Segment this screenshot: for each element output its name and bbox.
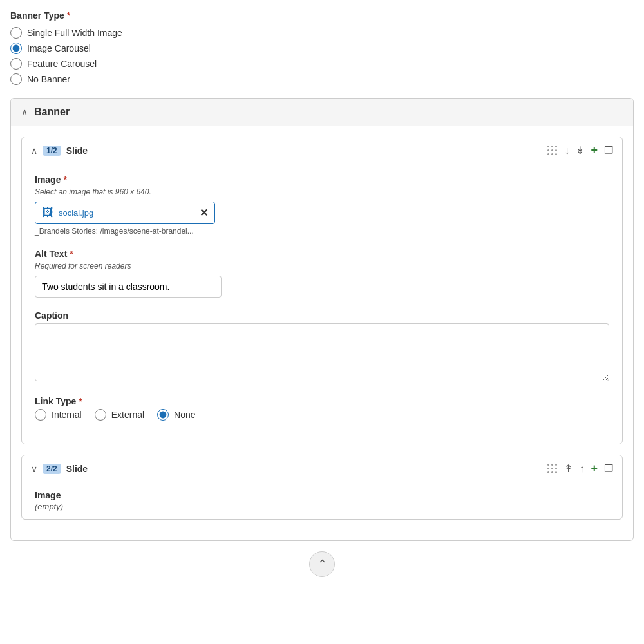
link-required-star: * [79, 396, 82, 406]
radio-label-internal: Internal [52, 410, 82, 420]
slide-2-image-empty: (empty) [35, 502, 609, 511]
slide-1-header: ∧ 1/2 Slide ↓ ↡ + ❐ [22, 137, 622, 164]
slide-2-add-icon[interactable]: + [591, 462, 598, 475]
slide-1-body: Image * Select an image that is 960 x 64… [22, 164, 622, 444]
slide-1-drag-handle[interactable] [547, 146, 558, 156]
slide-2-move-up-icon[interactable]: ↑ [579, 463, 584, 475]
slide-2-image-label: Image [35, 490, 609, 500]
slide-1-image-label: Image * [35, 175, 609, 185]
banner-collapse-icon[interactable]: ∧ [21, 107, 28, 117]
alt-required-star: * [70, 249, 73, 259]
required-star: * [67, 10, 70, 21]
banner-type-section: Banner Type * Single Full Width Image Im… [10, 10, 634, 85]
radio-item-internal[interactable]: Internal [35, 409, 82, 421]
radio-label-external: External [111, 410, 144, 420]
banner-body: ∧ 1/2 Slide ↓ ↡ + ❐ [11, 126, 633, 540]
slide-1-file-path: _Brandeis Stories: /images/scene-at-bran… [35, 227, 609, 236]
banner-header-title: Banner [34, 106, 70, 118]
scroll-top-button[interactable]: ⌃ [309, 551, 335, 577]
radio-item-single[interactable]: Single Full Width Image [10, 27, 634, 39]
banner-card: ∧ Banner ∧ 1/2 Slide ↓ [10, 98, 634, 541]
slide-1-image-field: Image * Select an image that is 960 x 64… [35, 175, 609, 236]
slide-1-image-input[interactable]: 🖼 social.jpg ✕ [35, 202, 215, 224]
radio-feature-carousel[interactable] [10, 58, 22, 70]
radio-label-single: Single Full Width Image [27, 28, 122, 38]
slide-1-collapse-icon[interactable]: ∧ [31, 146, 37, 156]
slide-1-link-type-field: Link Type * Internal External [35, 396, 609, 421]
slide-1-alt-hint: Required for screen readers [35, 261, 609, 270]
slide-1-duplicate-icon[interactable]: ❐ [604, 144, 613, 156]
slide-2-drag-handle[interactable] [547, 464, 558, 474]
radio-image-carousel[interactable] [10, 43, 22, 54]
slide-2-header-left: ∨ 2/2 Slide [31, 464, 542, 474]
radio-item-feature-carousel[interactable]: Feature Carousel [10, 58, 634, 70]
radio-label-feature-carousel: Feature Carousel [27, 59, 97, 69]
slide-2-move-to-top-icon[interactable]: ↟ [564, 462, 573, 475]
slide-1-actions: ↓ ↡ + ❐ [547, 144, 613, 157]
slide-2-card: ∨ 2/2 Slide ↟ ↑ + ❐ Image [21, 455, 623, 520]
slide-1-image-hint: Select an image that is 960 x 640. [35, 187, 609, 196]
banner-header: ∧ Banner [11, 99, 633, 126]
banner-type-label: Banner Type * [10, 10, 634, 21]
link-type-group: Internal External None [35, 409, 609, 421]
slide-1-title: Slide [66, 146, 88, 156]
radio-no-banner[interactable] [10, 73, 22, 85]
slide-1-file-clear[interactable]: ✕ [200, 207, 208, 219]
slide-2-badge: 2/2 [43, 464, 61, 474]
slide-1-badge: 1/2 [43, 146, 61, 156]
radio-external[interactable] [95, 409, 106, 421]
slide-1-move-down-icon[interactable]: ↓ [564, 145, 569, 156]
radio-single[interactable] [10, 27, 22, 39]
radio-item-external[interactable]: External [95, 409, 144, 421]
slide-1-alt-label: Alt Text * [35, 249, 609, 259]
radio-label-no-banner: No Banner [27, 74, 70, 84]
slide-1-file-name: social.jpg [59, 208, 194, 218]
radio-item-no-banner[interactable]: No Banner [10, 73, 634, 85]
slide-2-actions: ↟ ↑ + ❐ [547, 462, 613, 475]
image-required-star: * [63, 175, 66, 185]
slide-1-alt-text-input[interactable] [35, 276, 222, 298]
slide-1-alt-text-field: Alt Text * Required for screen readers [35, 249, 609, 298]
banner-type-radio-group: Single Full Width Image Image Carousel F… [10, 27, 634, 85]
slide-1-header-left: ∧ 1/2 Slide [31, 146, 542, 156]
slide-1-caption-label: Caption [35, 310, 609, 321]
file-icon: 🖼 [42, 206, 53, 220]
radio-item-none[interactable]: None [157, 409, 195, 421]
radio-label-none: None [174, 410, 195, 420]
radio-label-image-carousel: Image Carousel [27, 43, 91, 53]
slide-2-title: Slide [66, 464, 88, 474]
slide-2-collapse-icon[interactable]: ∨ [31, 464, 37, 474]
slide-1-card: ∧ 1/2 Slide ↓ ↡ + ❐ [21, 137, 623, 444]
radio-internal[interactable] [35, 409, 46, 421]
bottom-fab: ⌃ [10, 551, 634, 577]
radio-none[interactable] [157, 409, 169, 421]
slide-1-link-type-label: Link Type * [35, 396, 609, 406]
slide-2-duplicate-icon[interactable]: ❐ [604, 462, 613, 475]
slide-2-body: Image (empty) [22, 482, 622, 519]
slide-1-add-icon[interactable]: + [591, 144, 598, 157]
slide-1-caption-field: Caption [35, 310, 609, 383]
radio-item-image-carousel[interactable]: Image Carousel [10, 43, 634, 54]
slide-2-header: ∨ 2/2 Slide ↟ ↑ + ❐ [22, 455, 622, 482]
slide-1-move-to-bottom-icon[interactable]: ↡ [576, 144, 584, 156]
slide-1-caption-input[interactable] [35, 323, 609, 381]
